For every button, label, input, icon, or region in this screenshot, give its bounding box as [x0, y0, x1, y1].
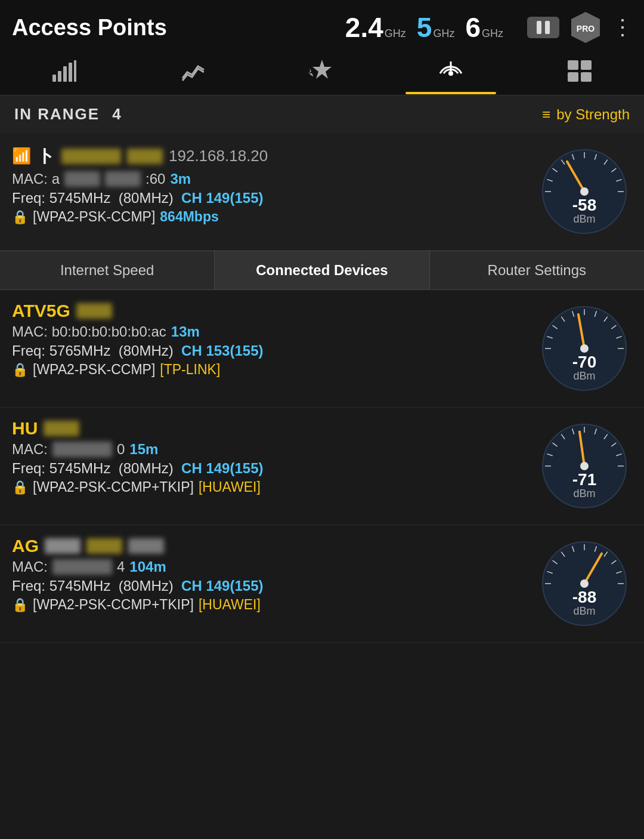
- wifi-icon-1: 📶: [12, 147, 31, 165]
- access-point-icon: [438, 59, 464, 88]
- svg-rect-5: [69, 63, 72, 82]
- svg-text:-58: -58: [572, 196, 596, 214]
- graph-icon: [181, 60, 205, 87]
- freq-group: 2.4 GHz 5 GHz 6 GHz: [345, 11, 503, 44]
- ap-vendor-3: [HUAWEI]: [199, 479, 261, 495]
- ap-name-3: HU: [12, 418, 38, 439]
- ap-name-4: AG: [12, 536, 39, 556]
- ap-name-row-4: AG: [12, 536, 527, 556]
- svg-text:-71: -71: [572, 470, 596, 489]
- ap-speed-1: 864Mbps: [160, 209, 218, 225]
- nav-tabs: [0, 53, 644, 95]
- ap-name-blur-1: [61, 149, 121, 164]
- ap-mac-suffix-4: 4: [117, 559, 125, 575]
- freq-5[interactable]: 5 GHz: [417, 11, 455, 44]
- ap-vendor-2: [TP-LINK]: [160, 362, 220, 378]
- ap-security-2: [WPA2-PSK-CCMP]: [33, 362, 155, 378]
- svg-text:dBm: dBm: [573, 370, 595, 382]
- freq-6-ghz: GHz: [482, 27, 503, 40]
- ap-info-3: HU MAC: 0 15m Freq: 5745MHz (80MHz) CH 1…: [12, 418, 527, 495]
- gauge-4: -88 dBm: [537, 536, 632, 631]
- ap-info-1: 📶 ト 192.168.18.20 MAC: a :60 3m Freq: 57…: [12, 144, 527, 225]
- lock-icon-4: 🔒: [12, 597, 28, 613]
- ap-name-row-1: 📶 ト 192.168.18.20: [12, 144, 527, 168]
- ap-item-1[interactable]: 📶 ト 192.168.18.20 MAC: a :60 3m Freq: 57…: [0, 133, 644, 251]
- gauge-svg-1: -58 dBm: [537, 144, 632, 239]
- grid-icon: [568, 60, 592, 87]
- ap-mac-row-3: MAC: 0 15m: [12, 441, 527, 458]
- freq-24-ghz: GHz: [385, 27, 406, 40]
- gauge-3: -71 dBm: [537, 418, 632, 514]
- ap-list: 📶 ト 192.168.18.20 MAC: a :60 3m Freq: 57…: [0, 133, 644, 643]
- ap-channel-1: CH 149(155): [181, 190, 263, 206]
- ap-mac-row-4: MAC: 4 104m: [12, 559, 527, 575]
- svg-rect-13: [581, 60, 592, 70]
- svg-rect-4: [63, 66, 67, 82]
- ap-freq-row-2: Freq: 5765MHz (80MHz) CH 153(155): [12, 343, 527, 359]
- sub-tab-router-settings[interactable]: Router Settings: [430, 251, 644, 289]
- ap-item-4[interactable]: AG MAC: 4 104m Freq: 5745MHz (80MHz) CH …: [0, 525, 644, 643]
- pause-button[interactable]: [527, 17, 559, 38]
- freq-5-ghz: GHz: [433, 27, 454, 40]
- ap-security-row-2: 🔒 [WPA2-PSK-CCMP] [TP-LINK]: [12, 362, 527, 378]
- ap-mac-suffix-1: :60: [145, 171, 165, 187]
- sort-control[interactable]: ≡ by Strength: [542, 106, 630, 123]
- ap-time-4: 104m: [129, 559, 166, 575]
- freq-24-num: 2.4: [345, 11, 383, 44]
- svg-text:PRO: PRO: [577, 24, 595, 33]
- ap-security-row-3: 🔒 [WPA2-PSK-CCMP+TKIP] [HUAWEI]: [12, 479, 527, 495]
- ap-item-2[interactable]: ATV5G MAC: b0:b0:b0:b0:b0:ac 13m Freq: 5…: [0, 290, 644, 408]
- svg-point-29: [580, 187, 589, 196]
- ap-mac-suffix-3: 0: [117, 441, 125, 458]
- freq-24[interactable]: 2.4 GHz: [345, 11, 406, 44]
- in-range-label: IN RANGE 4: [14, 105, 122, 124]
- sub-tab-router-settings-label: Router Settings: [488, 262, 586, 278]
- pro-badge-container[interactable]: PRO: [569, 11, 602, 44]
- tab-grid[interactable]: [515, 60, 644, 93]
- ap-ip-1: 192.168.18.20: [169, 147, 268, 165]
- signal-bars-icon: [52, 60, 76, 87]
- ap-mac-label-3: MAC:: [12, 441, 48, 458]
- freq-5-num: 5: [417, 11, 432, 44]
- ap-mac-blur-4: [52, 559, 112, 575]
- ap-item-3[interactable]: HU MAC: 0 15m Freq: 5745MHz (80MHz) CH 1…: [0, 408, 644, 525]
- svg-point-61: [580, 462, 589, 470]
- ap-channel-3: CH 149(155): [181, 460, 263, 476]
- svg-rect-6: [74, 60, 76, 82]
- filter-bar: IN RANGE 4 ≡ by Strength: [0, 95, 644, 133]
- ap-vendor-4: [HUAWEI]: [199, 597, 261, 613]
- pause-bar-left: [537, 21, 541, 34]
- sub-tab-connected-devices[interactable]: Connected Devices: [215, 251, 429, 289]
- ap-name-row-3: HU: [12, 418, 527, 439]
- gauge-2: -70 dBm: [537, 301, 632, 396]
- sort-label: by Strength: [556, 106, 630, 123]
- tab-access-points[interactable]: [386, 59, 515, 94]
- svg-text:-70: -70: [572, 353, 596, 371]
- svg-text:dBm: dBm: [573, 213, 595, 225]
- ap-security-1: [WPA2-PSK-CCMP]: [33, 209, 155, 225]
- tab-signal[interactable]: [0, 60, 129, 93]
- ap-name-2: ATV5G: [12, 301, 70, 321]
- ap-name-blur-4a: [45, 538, 80, 554]
- pro-badge-hex: PRO: [569, 11, 602, 44]
- ap-name-row-2: ATV5G: [12, 301, 527, 321]
- ap-freq-row-1: Freq: 5745MHz (80MHz) CH 149(155): [12, 190, 527, 206]
- ap-name-blur-2: [76, 303, 112, 319]
- ap-freq-row-3: Freq: 5745MHz (80MHz) CH 149(155): [12, 460, 527, 477]
- tab-rating[interactable]: [258, 58, 386, 95]
- tab-graph[interactable]: [129, 60, 258, 93]
- more-menu-button[interactable]: ⋮: [612, 15, 632, 40]
- ap-mac-blur-1b: [105, 171, 141, 187]
- sub-tab-internet-speed[interactable]: Internet Speed: [0, 251, 215, 289]
- ap-time-2: 13m: [171, 323, 200, 340]
- ap-mac-blur-3: [52, 442, 112, 457]
- ap-security-3: [WPA2-PSK-CCMP+TKIP]: [33, 479, 194, 495]
- ap-time-3: 15m: [129, 441, 158, 458]
- freq-6[interactable]: 6 GHz: [465, 11, 503, 44]
- svg-rect-2: [52, 75, 56, 82]
- ap-mac-row-1: MAC: a :60 3m: [12, 171, 527, 187]
- ap-info-4: AG MAC: 4 104m Freq: 5745MHz (80MHz) CH …: [12, 536, 527, 613]
- in-range-count: 4: [112, 105, 122, 123]
- stars-icon: [308, 58, 336, 89]
- pause-bar-right: [545, 21, 550, 34]
